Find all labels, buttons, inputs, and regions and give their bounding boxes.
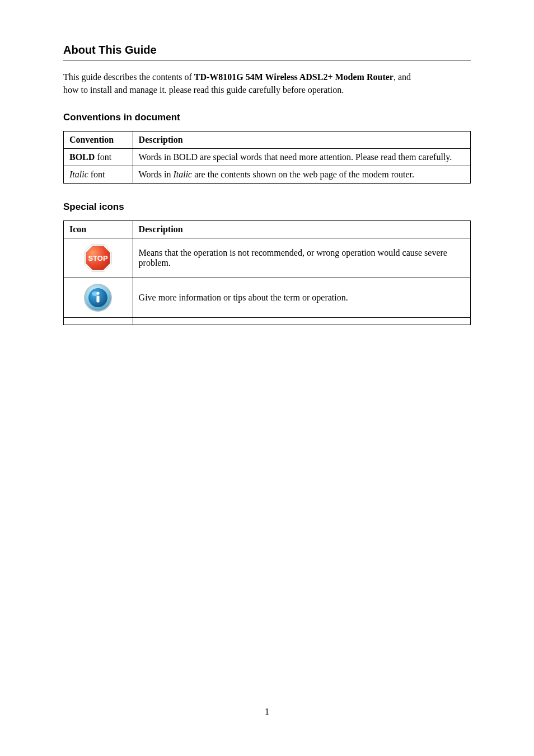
svg-point-6 [97,292,100,295]
info-icon-cell [64,278,133,318]
table1-header-convention: Convention [64,132,133,149]
intro-part-a: This guide describes the contents of [63,72,194,82]
row2-right-b: Italic [173,170,192,179]
special-icons-table: Icon Description [63,220,471,325]
italic-label-suffix: font [88,170,105,179]
table2-row3-right [133,318,470,325]
conventions-table: Convention Description BOLD font Words i… [63,131,471,184]
row2-right-c: are the contents shown on the web page o… [192,170,414,179]
info-icon [82,281,114,314]
table1-row2-right: Words in Italic are the contents shown o… [133,166,470,184]
row2-right-a: Words in [139,170,174,179]
intro-part-c: , and [394,72,411,82]
page-title: About This Guide [63,44,471,60]
product-name: TD-W8101G 54M Wireless ADSL2+ Modem Rout… [194,72,394,82]
intro-paragraph: This guide describes the contents of TD-… [63,71,471,96]
page-number: 1 [0,707,534,717]
bold-label: BOLD [69,152,95,162]
table2-row2-desc: Give more information or tips about the … [133,278,470,318]
table-row: Give more information or tips about the … [64,278,471,318]
table-row: STOP Means that the operation is not rec… [64,238,471,278]
table1-row1-left: BOLD font [64,149,133,166]
bold-label-suffix: font [95,152,111,162]
stop-icon-cell: STOP [64,238,133,278]
table-row [64,318,471,325]
table2-row3-left [64,318,133,325]
table1-header-description: Description [133,132,470,149]
conventions-heading: Conventions in document [63,112,471,123]
table1-row1-right: Words in BOLD are special words that nee… [133,149,470,166]
stop-icon: STOP [82,242,114,274]
table2-header-description: Description [133,221,470,238]
table-row: BOLD font Words in BOLD are special word… [64,149,471,166]
table2-header-icon: Icon [64,221,133,238]
table2-row1-desc: Means that the operation is not recommen… [133,238,470,278]
svg-rect-7 [97,296,100,303]
table1-row2-left: Italic font [64,166,133,184]
intro-line2: how to install and manage it. please rea… [63,85,344,95]
italic-label: Italic [69,170,88,179]
table-row: Italic font Words in Italic are the cont… [64,166,471,184]
svg-text:STOP: STOP [88,254,108,262]
special-icons-heading: Special icons [63,201,471,213]
